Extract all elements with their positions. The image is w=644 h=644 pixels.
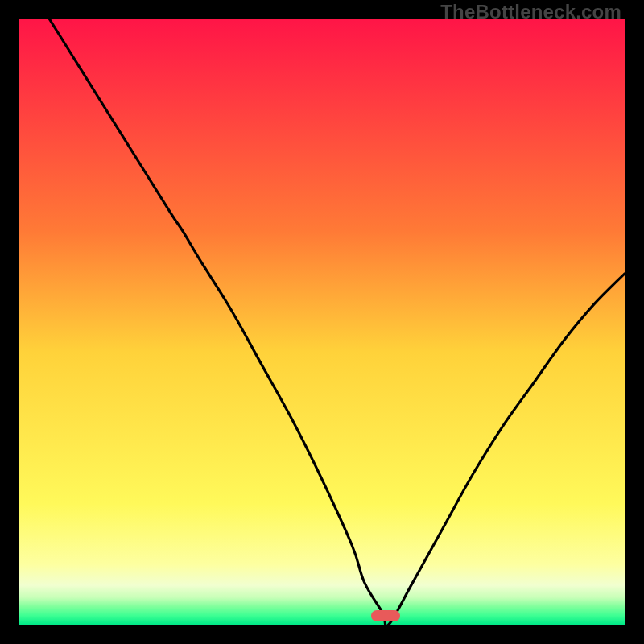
bottleneck-curve — [19, 19, 625, 625]
plot-area — [19, 19, 625, 625]
watermark-text: TheBottleneck.com — [440, 1, 621, 23]
chart-frame: TheBottleneck.com — [0, 0, 644, 644]
minimum-marker — [371, 610, 400, 621]
